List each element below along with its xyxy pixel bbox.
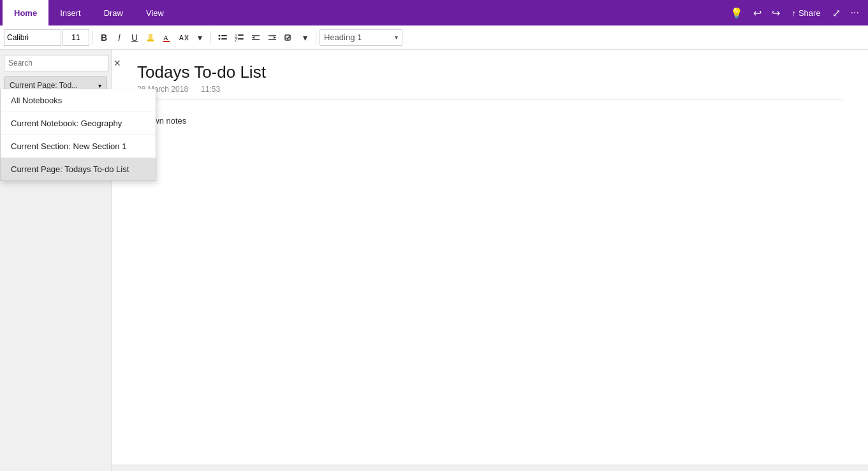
style-label: Heading 1 xyxy=(324,33,362,42)
list-more-button[interactable]: ▾ xyxy=(297,29,313,46)
svg-rect-2 xyxy=(163,41,170,42)
svg-point-8 xyxy=(219,38,221,40)
search-clear-button[interactable]: ✕ xyxy=(111,57,124,69)
bottom-scrollbar[interactable] xyxy=(112,465,868,471)
main-layout: ✕ Current Page: Tod... ▾ All Notebooks C… xyxy=(0,50,868,471)
svg-text:A: A xyxy=(163,34,168,41)
svg-marker-19 xyxy=(274,36,276,39)
font-family-input[interactable] xyxy=(4,29,61,46)
svg-text:2.: 2. xyxy=(235,38,239,42)
list-format-group: 1.2. ▾ xyxy=(214,29,313,46)
toolbar-separator-2 xyxy=(210,31,211,45)
share-label: Share xyxy=(798,8,821,18)
page-meta: 28 March 2018 11:53 xyxy=(137,85,842,99)
expand-button[interactable]: ⤢ xyxy=(828,4,844,22)
page-content[interactable]: e down notes xyxy=(137,115,842,128)
text-format-group: B I U A A ▾ xyxy=(96,29,207,46)
lightbulb-icon[interactable]: 💡 xyxy=(726,4,747,22)
search-scope-menu: All Notebooks Current Notebook: Geograph… xyxy=(0,89,156,181)
sidebar: ✕ Current Page: Tod... ▾ All Notebooks C… xyxy=(0,50,112,471)
clear-formatting-button[interactable]: A xyxy=(175,29,192,46)
highlight-button[interactable] xyxy=(142,29,159,46)
dropdown-item-current-notebook[interactable]: Current Notebook: Geography xyxy=(1,112,156,135)
svg-rect-13 xyxy=(238,38,244,40)
bullet-list-button[interactable] xyxy=(214,29,231,46)
dropdown-item-current-section[interactable]: Current Section: New Section 1 xyxy=(1,135,156,158)
page-time: 11:53 xyxy=(201,85,220,94)
svg-text:A: A xyxy=(179,34,184,41)
tab-home[interactable]: Home xyxy=(3,0,48,25)
content-area[interactable]: Todays To-do List 28 March 2018 11:53 e … xyxy=(112,50,868,471)
tab-insert[interactable]: Insert xyxy=(48,0,92,25)
svg-rect-11 xyxy=(238,34,244,36)
dropdown-item-current-page[interactable]: Current Page: Todays To-do List xyxy=(1,158,156,180)
more-options-button[interactable]: ··· xyxy=(847,4,863,21)
tab-view[interactable]: View xyxy=(135,0,175,25)
italic-button[interactable]: I xyxy=(112,29,127,46)
search-scope-chevron-icon: ▾ xyxy=(98,82,101,89)
share-button[interactable]: ↑ Share xyxy=(786,6,825,20)
ribbon-tabs: Home Insert Draw View 💡 ↩ ↪ ↑ Share ⤢ ··… xyxy=(0,0,868,25)
svg-rect-9 xyxy=(221,38,227,40)
ribbon-actions: 💡 ↩ ↪ ↑ Share ⤢ ··· xyxy=(726,0,868,25)
bold-button[interactable]: B xyxy=(96,29,112,46)
format-more-button[interactable]: ▾ xyxy=(192,29,207,46)
font-size-input[interactable] xyxy=(63,29,89,46)
toolbar-separator-3 xyxy=(316,31,316,45)
share-icon: ↑ xyxy=(791,8,796,18)
style-selector[interactable]: Heading 1 ▾ xyxy=(320,29,402,46)
svg-point-6 xyxy=(219,34,221,36)
underline-button[interactable]: U xyxy=(127,29,142,46)
font-color-button[interactable]: A xyxy=(159,29,175,46)
style-chevron-icon: ▾ xyxy=(395,34,398,41)
dropdown-item-all-notebooks[interactable]: All Notebooks xyxy=(1,89,156,112)
svg-rect-7 xyxy=(221,35,227,36)
numbered-list-button[interactable]: 1.2. xyxy=(231,29,247,46)
toolbar-separator-1 xyxy=(92,31,93,45)
redo-button[interactable]: ↪ xyxy=(768,4,784,22)
search-bar: ✕ xyxy=(0,50,111,76)
undo-button[interactable]: ↩ xyxy=(749,4,765,22)
indent-increase-button[interactable] xyxy=(264,29,281,46)
tab-draw[interactable]: Draw xyxy=(92,0,135,25)
svg-marker-16 xyxy=(252,36,254,39)
indent-decrease-button[interactable] xyxy=(247,29,264,46)
formatting-toolbar: B I U A A ▾ 1.2. ▾ Heading 1 xyxy=(0,25,868,50)
checkbox-button[interactable] xyxy=(281,29,297,46)
search-input[interactable] xyxy=(4,55,108,71)
page-title: Todays To-do List xyxy=(137,62,842,82)
search-scope-label: Current Page: Tod... xyxy=(10,81,98,90)
